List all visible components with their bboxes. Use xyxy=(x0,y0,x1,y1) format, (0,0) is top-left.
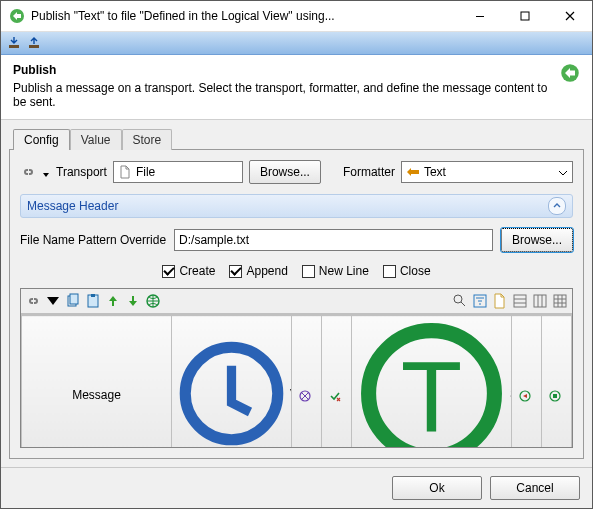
file-pattern-row: File Name Pattern Override Browse... xyxy=(20,228,573,252)
svg-rect-1 xyxy=(476,16,484,17)
svg-rect-22 xyxy=(553,394,557,398)
message-header-title: Message Header xyxy=(27,199,118,213)
col-d2-icon[interactable] xyxy=(542,316,572,448)
header-panel: Publish Publish a message on a transport… xyxy=(1,55,592,120)
col-message[interactable]: Message xyxy=(22,316,172,448)
file-pattern-browse-button[interactable]: Browse... xyxy=(501,228,573,252)
header-text: Publish Publish a message on a transport… xyxy=(13,63,550,109)
grid-header-row: Message Value TStore xyxy=(22,316,572,448)
checkbox-icon xyxy=(162,265,175,278)
col-check2-icon[interactable] xyxy=(322,316,352,448)
checkbox-icon xyxy=(229,265,242,278)
publish-header-icon xyxy=(560,63,580,86)
grid-table: Message Value TStore -Text (Message)Proc… xyxy=(21,315,572,447)
checkbox-icon xyxy=(302,265,315,278)
svg-rect-9 xyxy=(91,294,95,297)
transport-formatter-row: Transport File Browse... Formatter Text xyxy=(20,160,573,184)
svg-rect-15 xyxy=(554,295,566,307)
grid-view2-icon[interactable] xyxy=(532,293,548,309)
window-title: Publish "Text" to file "Defined in the L… xyxy=(31,9,457,23)
dialog-toolbar xyxy=(1,32,592,55)
formatter-label: Formatter xyxy=(343,165,395,179)
maximize-button[interactable] xyxy=(502,1,547,31)
tab-bar: Config Value Store xyxy=(13,128,584,149)
tab-value[interactable]: Value xyxy=(70,129,122,150)
formatter-select[interactable]: Text xyxy=(401,161,573,183)
find-icon[interactable] xyxy=(452,293,468,309)
svg-rect-14 xyxy=(534,295,546,307)
new-doc-icon[interactable] xyxy=(492,293,508,309)
col-check1-icon[interactable] xyxy=(292,316,322,448)
export-icon[interactable] xyxy=(27,36,41,50)
filter-icon[interactable] xyxy=(472,293,488,309)
cancel-button[interactable]: Cancel xyxy=(490,476,580,500)
close-button[interactable] xyxy=(547,1,592,31)
transport-value: File xyxy=(136,165,238,179)
import-icon[interactable] xyxy=(7,36,21,50)
newline-checkbox[interactable]: New Line xyxy=(302,264,369,278)
header-description: Publish a message on a transport. Select… xyxy=(13,81,550,109)
svg-rect-13 xyxy=(514,295,526,307)
ok-button[interactable]: Ok xyxy=(392,476,482,500)
publish-app-icon xyxy=(9,8,25,24)
close-label: Close xyxy=(400,264,431,278)
grid-table-wrap[interactable]: Message Value TStore -Text (Message)Proc… xyxy=(21,314,572,447)
file-pattern-label: File Name Pattern Override xyxy=(20,233,166,247)
close-checkbox[interactable]: Close xyxy=(383,264,431,278)
arrow-down-icon[interactable] xyxy=(125,293,141,309)
collapse-chevron-icon[interactable] xyxy=(548,197,566,215)
transport-browse-button[interactable]: Browse... xyxy=(249,160,321,184)
col-store[interactable]: TStore xyxy=(352,316,512,448)
append-label: Append xyxy=(246,264,287,278)
chevron-down-icon xyxy=(558,167,568,177)
globe-icon[interactable] xyxy=(145,293,161,309)
minimize-button[interactable] xyxy=(457,1,502,31)
transport-label: Transport xyxy=(56,165,107,179)
file-icon xyxy=(118,165,132,179)
col-d1-icon[interactable] xyxy=(512,316,542,448)
message-header-section[interactable]: Message Header xyxy=(20,194,573,218)
checkbox-icon xyxy=(383,265,396,278)
append-checkbox[interactable]: Append xyxy=(229,264,287,278)
svg-rect-7 xyxy=(70,294,78,304)
grid-view1-icon[interactable] xyxy=(512,293,528,309)
copy-icon[interactable] xyxy=(65,293,81,309)
link-icon[interactable] xyxy=(20,164,36,180)
svg-rect-2 xyxy=(521,12,529,20)
formatter-icon xyxy=(406,165,420,179)
dialog-footer: Ok Cancel xyxy=(1,467,592,508)
dialog-window: Publish "Text" to file "Defined in the L… xyxy=(0,0,593,509)
paste-icon[interactable] xyxy=(85,293,101,309)
grid-caret-icon[interactable] xyxy=(45,293,61,309)
grid-link-icon[interactable] xyxy=(25,293,41,309)
file-options-row: Create Append New Line Close xyxy=(20,264,573,278)
config-page: Transport File Browse... Formatter Text xyxy=(9,149,584,459)
formatter-value: Text xyxy=(424,165,558,179)
arrow-up-icon[interactable] xyxy=(105,293,121,309)
grid-toolbar xyxy=(21,289,572,314)
newline-label: New Line xyxy=(319,264,369,278)
svg-text:T: T xyxy=(401,340,463,447)
svg-rect-4 xyxy=(29,45,39,48)
create-label: Create xyxy=(179,264,215,278)
file-pattern-input[interactable] xyxy=(174,229,493,251)
tab-store[interactable]: Store xyxy=(122,129,173,150)
tab-config[interactable]: Config xyxy=(13,129,70,150)
header-title: Publish xyxy=(13,63,550,77)
transport-field[interactable]: File xyxy=(113,161,243,183)
create-checkbox[interactable]: Create xyxy=(162,264,215,278)
col-value[interactable]: Value xyxy=(172,316,292,448)
grid-view3-icon[interactable] xyxy=(552,293,568,309)
message-grid: Message Value TStore -Text (Message)Proc… xyxy=(20,288,573,448)
svg-rect-3 xyxy=(9,45,19,48)
window-buttons xyxy=(457,1,592,31)
svg-point-11 xyxy=(454,295,462,303)
dialog-body: Config Value Store Transport File xyxy=(1,120,592,467)
titlebar: Publish "Text" to file "Defined in the L… xyxy=(1,1,592,32)
link-menu-caret-icon[interactable] xyxy=(42,168,50,176)
